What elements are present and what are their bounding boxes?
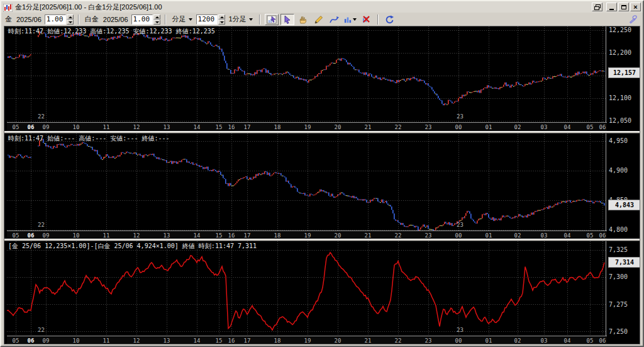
time-tick-label: 09 xyxy=(40,338,52,344)
day-label: 23 xyxy=(457,222,464,228)
interval-dropdown[interactable]: 1分足 xyxy=(227,14,255,25)
time-tick-label: 00 xyxy=(453,232,464,239)
time-tick-label: 03 xyxy=(538,124,550,130)
time-tick-label: 18 xyxy=(272,232,283,239)
separator xyxy=(259,14,260,25)
spread-time-axis[interactable]: 0506091011121314151617181920212223000102… xyxy=(7,336,607,344)
close-icon: × xyxy=(633,4,637,10)
time-tick-label: 02 xyxy=(512,232,523,239)
minimize-icon xyxy=(609,9,614,10)
bar-type-label: 分足 xyxy=(172,14,186,24)
spread-price-axis[interactable]: 7,3257,3007,2757,2507,314 xyxy=(607,241,640,344)
pencil-icon xyxy=(314,15,323,24)
platinum-time-axis[interactable]: 0506091011121314151617181920212223000102… xyxy=(7,230,607,239)
time-tick-label: 17 xyxy=(242,338,253,344)
chart-cursor-tool-button[interactable] xyxy=(265,14,279,25)
gold-time-axis[interactable]: 0506091011121314151617181920212223000102… xyxy=(7,122,607,131)
day-label: 22 xyxy=(38,327,45,333)
time-tick-label: 05 xyxy=(584,124,596,130)
platinum-plot[interactable]: 時刻:11:47 始値:--- 高値:--- 安値:--- 終値:--- 222… xyxy=(7,134,606,230)
time-tick-label: 17 xyxy=(242,124,253,130)
app-icon xyxy=(3,3,13,11)
delete-indicator-button[interactable] xyxy=(359,14,373,25)
step-down-icon[interactable] xyxy=(67,20,74,25)
price-tick-label: 12,250 xyxy=(609,26,631,33)
bar-type-dropdown[interactable]: 分足 xyxy=(170,14,194,25)
settings-button[interactable] xyxy=(626,14,640,25)
delete-indicator-icon xyxy=(361,15,370,24)
time-tick-label: 23 xyxy=(423,124,434,130)
time-tick-label: 04 xyxy=(562,338,573,344)
gold-multiplier-input[interactable] xyxy=(45,14,66,25)
time-tick-label: 13 xyxy=(161,338,172,344)
platinum-multiplier-input[interactable] xyxy=(131,14,153,25)
time-tick-label: 17 xyxy=(242,232,253,239)
maximize-icon xyxy=(621,5,626,9)
close-button[interactable]: × xyxy=(630,3,641,11)
step-up-icon[interactable] xyxy=(153,14,160,20)
pan-tool-button[interactable] xyxy=(296,14,310,25)
chart-style-button[interactable] xyxy=(343,14,357,25)
time-tick-label: 16 xyxy=(226,124,237,130)
chart-style-icon xyxy=(344,15,352,24)
time-tick-label: 01 xyxy=(483,232,494,239)
day-label: 23 xyxy=(457,327,464,333)
spread-plot[interactable]: [金 25/06 12,235×1.00]-[白金 25/06 4,924×1.… xyxy=(7,241,606,336)
time-tick-label: 14 xyxy=(191,124,203,130)
platinum-month-value[interactable]: 2025/06 xyxy=(103,16,128,23)
gold-multiplier-stepper xyxy=(45,14,74,25)
time-tick-label: 10 xyxy=(70,338,82,344)
time-tick-label: 11 xyxy=(101,338,112,344)
refresh-button[interactable] xyxy=(383,14,397,25)
time-tick-label: 19 xyxy=(302,124,313,130)
gold-chart[interactable]: 時刻:11:47 始値:12,233 高値:12,235 安値:12,233 終… xyxy=(4,26,640,131)
minimize-button[interactable] xyxy=(606,3,617,11)
chevron-down-icon xyxy=(353,18,357,21)
pointer-tool-button[interactable] xyxy=(280,14,294,25)
gold-info-line: 時刻:11:47 始値:12,233 高値:12,235 安値:12,233 終… xyxy=(8,27,215,36)
price-tick-label: 4,950 xyxy=(609,137,628,144)
bar-count-stepper xyxy=(196,14,225,25)
float-window-button[interactable] xyxy=(592,3,602,11)
step-down-icon[interactable] xyxy=(153,20,160,25)
time-tick-label: 20 xyxy=(332,232,343,239)
time-tick-label: 10 xyxy=(70,124,82,130)
time-tick-label: 05 xyxy=(10,338,21,344)
maximize-button[interactable] xyxy=(618,3,629,11)
time-tick-label: 21 xyxy=(362,232,374,239)
separator xyxy=(377,14,379,25)
spread-chart[interactable]: [金 25/06 12,235×1.00]-[白金 25/06 4,924×1.… xyxy=(4,241,640,344)
time-tick-label: 19 xyxy=(302,232,313,239)
titlebar[interactable]: 金1分足[2025/06]1.00 - 白金1分足[2025/06]1.00 × xyxy=(1,1,643,13)
time-tick-label: 03 xyxy=(538,232,550,239)
day-label: 22 xyxy=(38,222,45,228)
step-up-icon[interactable] xyxy=(67,14,74,20)
time-tick-label: 12 xyxy=(131,338,142,344)
separator xyxy=(78,14,79,25)
time-tick-label: 09 xyxy=(40,124,52,130)
step-up-icon[interactable] xyxy=(218,14,225,20)
gold-plot[interactable]: 時刻:11:47 始値:12,233 高値:12,235 安値:12,233 終… xyxy=(7,26,606,122)
time-tick-label: 13 xyxy=(161,232,172,239)
price-tick-label: 7,275 xyxy=(609,301,628,308)
gold-price-axis[interactable]: 12,25012,20012,10012,05012,157 xyxy=(607,26,640,131)
draw-tool-button[interactable] xyxy=(312,14,326,25)
interval-label: 1分足 xyxy=(229,14,247,24)
curve-icon xyxy=(330,15,340,24)
time-tick-label: 21 xyxy=(362,124,374,130)
current-price-box: 12,157 xyxy=(608,67,640,78)
gold-month-value[interactable]: 2025/06 xyxy=(16,16,42,23)
toolbar: 金 2025/06 白金 2025/06 分足 1分足 xyxy=(1,13,643,26)
window-title: 金1分足[2025/06]1.00 - 白金1分足[2025/06]1.00 xyxy=(15,3,592,12)
platinum-price-axis[interactable]: 4,9504,9004,8504,8004,843 xyxy=(607,134,640,239)
price-tick-label: 7,250 xyxy=(609,328,628,335)
platinum-chart[interactable]: 時刻:11:47 始値:--- 高値:--- 安値:--- 終値:--- 222… xyxy=(4,134,640,239)
time-tick-label: 18 xyxy=(272,338,283,344)
time-tick-label: 02 xyxy=(512,338,523,344)
curve-tool-button[interactable] xyxy=(328,14,341,25)
bar-count-input[interactable] xyxy=(196,14,218,25)
chart-area: 時刻:11:47 始値:12,233 高値:12,235 安値:12,233 終… xyxy=(4,26,640,344)
spread-info-line: [金 25/06 12,235×1.00]-[白金 25/06 4,924×1.… xyxy=(8,242,257,251)
step-down-icon[interactable] xyxy=(218,20,225,25)
time-tick-label: 15 xyxy=(213,124,225,130)
